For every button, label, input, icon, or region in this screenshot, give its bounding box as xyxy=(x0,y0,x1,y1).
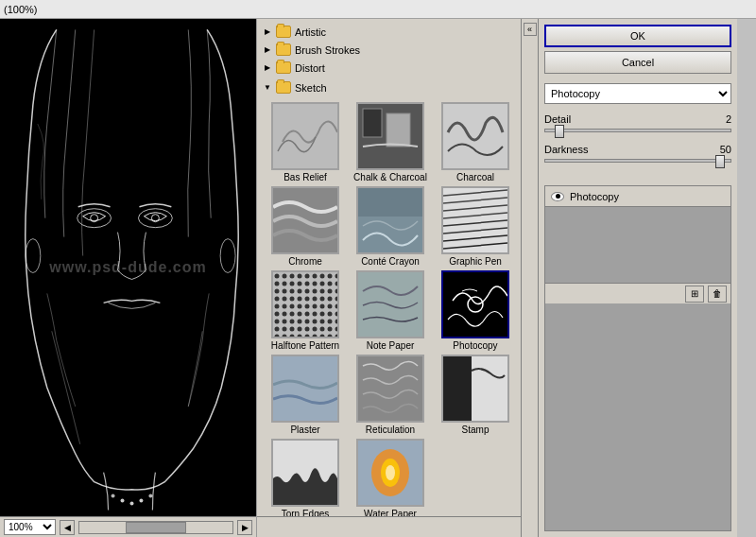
filter-chalk-charcoal[interactable]: Chalk & Charcoal xyxy=(350,102,431,182)
settings-preview-panel: Photocopy ⊞ 🗑 xyxy=(544,185,731,531)
scrollbar-thumb[interactable] xyxy=(126,522,187,533)
thumb-conte-crayon-img xyxy=(356,186,424,254)
filter-bas-relief[interactable]: Bas Relief xyxy=(265,102,346,182)
preview-svg xyxy=(0,19,256,516)
filter-plaster[interactable]: Plaster xyxy=(265,355,346,435)
filter-photocopy[interactable]: Photocopy xyxy=(435,270,516,351)
svg-point-8 xyxy=(112,494,115,498)
svg-rect-35 xyxy=(273,356,337,421)
filter-graphic-pen[interactable]: Graphic Pen xyxy=(435,186,516,267)
new-effect-button[interactable]: ⊞ xyxy=(685,286,704,303)
thumb-reticulation-img xyxy=(356,355,424,423)
filter-stamp[interactable]: Stamp xyxy=(435,355,516,435)
thumb-halftone-pattern-img xyxy=(271,270,339,338)
filter-torn-edges[interactable]: Torn Edges xyxy=(265,439,346,516)
arrow-brush-strokes: ▶ xyxy=(263,45,272,55)
delete-effect-button[interactable]: 🗑 xyxy=(708,286,727,303)
darkness-label: Darkness xyxy=(544,144,588,155)
detail-slider-thumb[interactable] xyxy=(555,125,564,138)
thumb-water-paper-img xyxy=(356,439,424,507)
svg-point-7 xyxy=(139,499,143,503)
filter-chrome[interactable]: Chrome xyxy=(265,186,346,267)
label-conte-crayon: Conté Crayon xyxy=(361,256,420,267)
thumb-plaster-img xyxy=(271,355,339,423)
filter-note-paper[interactable]: Note Paper xyxy=(350,270,431,351)
darkness-slider-track[interactable] xyxy=(544,159,731,163)
thumb-charcoal-img xyxy=(441,102,509,170)
thumb-torn-edges-img xyxy=(271,439,339,507)
label-chalk-charcoal: Chalk & Charcoal xyxy=(353,172,427,182)
svg-rect-36 xyxy=(358,356,422,421)
thumb-chrome-img xyxy=(271,186,339,254)
darkness-param: Darkness 50 xyxy=(544,144,731,165)
svg-rect-38 xyxy=(443,356,472,421)
svg-rect-32 xyxy=(358,272,422,337)
label-halftone-pattern: Halftone Pattern xyxy=(271,340,339,351)
filter-water-paper[interactable]: Water Paper xyxy=(350,439,431,516)
svg-rect-33 xyxy=(443,272,507,337)
filter-panel: ▶ Artistic ▶ Brush Strokes ▶ Distort ▼ xyxy=(257,19,522,537)
label-chrome: Chrome xyxy=(288,256,322,267)
label-water-paper: Water Paper xyxy=(364,509,417,516)
category-sketch[interactable]: ▼ Sketch xyxy=(257,78,521,96)
label-graphic-pen: Graphic Pen xyxy=(449,256,502,267)
preview-bottom-bar: 100% 50% 200% ◀ ▶ xyxy=(0,516,256,537)
label-brush-strokes: Brush Strokes xyxy=(295,44,360,56)
zoom-display: (100%) xyxy=(4,4,37,15)
filter-dropdown-container: Photocopy xyxy=(544,83,731,104)
svg-rect-44 xyxy=(545,208,730,282)
label-reticulation: Reticulation xyxy=(366,424,415,435)
detail-param: Detail 2 xyxy=(544,113,731,134)
filter-list: ▶ Artistic ▶ Brush Strokes ▶ Distort ▼ xyxy=(257,19,521,516)
label-bas-relief: Bas Relief xyxy=(284,172,327,182)
label-charcoal: Charcoal xyxy=(456,172,494,182)
folder-sketch xyxy=(276,81,291,94)
svg-rect-16 xyxy=(443,104,507,168)
filter-halftone-pattern[interactable]: Halftone Pattern xyxy=(265,270,346,351)
thumb-note-paper-img xyxy=(356,270,424,338)
svg-point-43 xyxy=(386,465,395,480)
darkness-slider-thumb[interactable] xyxy=(715,155,725,168)
label-distort: Distort xyxy=(295,62,325,74)
collapse-column: « xyxy=(522,19,539,537)
scrollbar-track[interactable] xyxy=(78,521,233,534)
arrow-artistic: ▶ xyxy=(263,27,272,37)
svg-point-6 xyxy=(129,502,133,506)
zoom-select[interactable]: 100% 50% 200% xyxy=(4,519,56,535)
detail-slider-track[interactable] xyxy=(544,129,731,132)
thumb-bas-relief-img xyxy=(271,102,339,170)
preview-panel: www.psd-dude.com 100% 50% 200% ◀ ▶ xyxy=(0,19,257,537)
filter-panel-bottom xyxy=(257,516,521,537)
label-artistic: Artistic xyxy=(295,26,326,38)
filter-reticulation[interactable]: Reticulation xyxy=(350,355,431,435)
preview-image: www.psd-dude.com xyxy=(0,19,256,516)
label-note-paper: Note Paper xyxy=(367,340,415,351)
thumb-stamp-img xyxy=(441,355,509,423)
label-sketch: Sketch xyxy=(295,82,327,94)
settings-preview-thumbnail xyxy=(545,207,730,283)
folder-artistic xyxy=(276,26,291,38)
svg-point-9 xyxy=(148,494,152,498)
folder-brush-strokes xyxy=(276,43,291,56)
filter-charcoal[interactable]: Charcoal xyxy=(435,102,516,182)
sketch-thumbnails: Bas Relief Chalk & Charcoal xyxy=(257,96,521,516)
svg-rect-12 xyxy=(273,104,337,168)
category-artistic[interactable]: ▶ Artistic xyxy=(257,23,521,41)
arrow-sketch: ▼ xyxy=(263,83,272,93)
ok-button[interactable]: OK xyxy=(544,25,731,47)
label-torn-edges: Torn Edges xyxy=(282,509,330,516)
svg-rect-31 xyxy=(273,272,337,337)
category-brush-strokes[interactable]: ▶ Brush Strokes xyxy=(257,41,521,59)
cancel-button[interactable]: Cancel xyxy=(544,51,731,74)
scroll-right[interactable]: ▶ xyxy=(237,520,252,535)
svg-rect-14 xyxy=(363,109,382,137)
scroll-left[interactable]: ◀ xyxy=(60,520,75,535)
category-distort[interactable]: ▶ Distort xyxy=(257,59,521,77)
collapse-button[interactable]: « xyxy=(524,23,537,36)
filter-conte-crayon[interactable]: Conté Crayon xyxy=(350,186,431,267)
filter-dropdown[interactable]: Photocopy xyxy=(544,83,731,104)
eye-icon[interactable] xyxy=(551,192,564,201)
sketch-section: ▼ Sketch Bas Relief xyxy=(257,77,521,516)
detail-label: Detail xyxy=(544,113,571,125)
label-photocopy: Photocopy xyxy=(453,340,497,351)
